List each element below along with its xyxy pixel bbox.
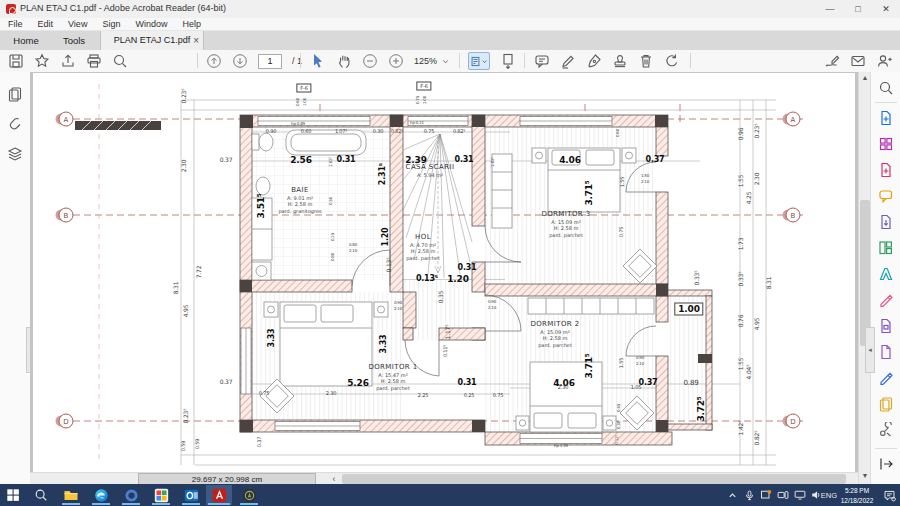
tray-app-badge-icon[interactable]	[758, 485, 774, 505]
expand-tools-pane-handle[interactable]: ◂	[865, 327, 875, 373]
more-tools-icon[interactable]	[878, 422, 894, 438]
menu-edit[interactable]: Edit	[38, 19, 54, 29]
edit-pdf-tool-icon[interactable]	[878, 162, 894, 178]
stamp-tool-icon[interactable]	[612, 53, 628, 69]
compress-pdf-tool-icon[interactable]	[878, 344, 894, 360]
close-button[interactable]: ✕	[872, 0, 900, 18]
maximize-button[interactable]: □	[844, 0, 872, 18]
photos-app-icon[interactable]	[148, 485, 174, 505]
protect-tool-icon[interactable]	[878, 318, 894, 334]
tray-chevron-up-icon[interactable]	[724, 485, 740, 505]
fill-sign-tool-icon[interactable]	[586, 53, 602, 69]
tab-tools[interactable]: Tools	[52, 31, 96, 50]
floor-plan-drawing: F-6F-60.601.000.752.00hp 0.89hp 0.110.90…	[40, 76, 840, 470]
vertical-scroll-thumb[interactable]	[860, 200, 870, 346]
attachments-icon[interactable]	[7, 116, 23, 132]
esign-tool-icon[interactable]	[878, 370, 894, 386]
horizontal-scroll-thumb[interactable]	[342, 474, 846, 484]
tab-document[interactable]: PLAN ETAJ C1.pdf ×	[100, 31, 204, 50]
page-thumbnails-icon[interactable]	[7, 86, 23, 102]
chevron-down-icon[interactable]	[441, 57, 450, 66]
share-upload-icon[interactable]	[60, 53, 76, 69]
zoom-in-icon[interactable]	[388, 53, 404, 69]
running-indicator	[182, 503, 200, 505]
zoom-level-value[interactable]: 125%	[414, 56, 437, 66]
next-page-icon[interactable]	[232, 53, 248, 69]
tab-home[interactable]: Home	[6, 31, 46, 50]
dimension-label: 3.71⁵	[585, 353, 594, 378]
room-label: DORMITOR 2A: 15.09 m²H: 2.58 mpard. parc…	[530, 321, 579, 348]
comment-tool-icon[interactable]	[534, 53, 550, 69]
scan-ocr-tool-icon[interactable]	[878, 266, 894, 282]
layers-icon[interactable]	[7, 146, 23, 162]
star-icon[interactable]	[34, 53, 50, 69]
page-display-button[interactable]	[468, 52, 490, 70]
zoom-out-icon[interactable]	[362, 53, 378, 69]
taskbar-search-icon[interactable]	[28, 485, 54, 505]
dimension-label: 1.00	[303, 98, 307, 106]
menu-help[interactable]: Help	[182, 19, 201, 29]
send-email-icon[interactable]	[850, 53, 866, 69]
dimension-label: 0.37	[639, 379, 658, 387]
dimension-label: 0.75	[619, 227, 624, 237]
start-button[interactable]	[0, 485, 26, 505]
export-pdf-tool-icon[interactable]	[878, 214, 894, 230]
toolbar-divider	[300, 53, 301, 68]
menu-file[interactable]: File	[8, 19, 23, 29]
dimension-label: 0.31	[458, 264, 477, 272]
comment-tool-rail-icon[interactable]	[878, 188, 894, 204]
delete-pages-icon[interactable]	[638, 53, 654, 69]
search-icon[interactable]	[112, 53, 128, 69]
menu-window[interactable]: Window	[135, 19, 167, 29]
rotate-pages-icon[interactable]	[664, 53, 680, 69]
dimension-label: 0.11⁵	[443, 345, 448, 357]
dimension-label: 0.50	[329, 197, 333, 205]
action-center-icon[interactable]	[880, 485, 898, 505]
create-pdf-tool-icon[interactable]	[878, 110, 894, 126]
acrobat-taskbar-icon[interactable]	[206, 485, 232, 505]
dimension-label: 2.10	[488, 306, 496, 310]
share-with-people-icon[interactable]	[876, 53, 892, 69]
tray-devices-icon[interactable]	[775, 485, 791, 505]
toolbar-divider	[524, 53, 525, 68]
room-label: HOLA: 4.70 m²H: 2.58 mpard. parchet	[406, 234, 440, 261]
open-tools-panel-icon[interactable]	[878, 456, 894, 472]
windows-taskbar: ENG 5:28 PM 12/18/2022	[0, 484, 900, 506]
stamp-tool-rail-icon[interactable]	[878, 396, 894, 412]
compass-app-icon[interactable]	[236, 485, 262, 505]
select-tool-icon[interactable]	[310, 53, 326, 69]
edge-browser-icon[interactable]	[88, 485, 114, 505]
tray-microphone-icon[interactable]	[741, 485, 757, 505]
previous-page-icon[interactable]	[206, 53, 222, 69]
tray-clock[interactable]: 5:28 PM 12/18/2022	[836, 485, 878, 505]
menu-view[interactable]: View	[68, 19, 87, 29]
minimize-button[interactable]: —	[816, 0, 844, 18]
dimension-label: 0.31	[458, 379, 477, 387]
page-number-input[interactable]: 1	[258, 54, 282, 69]
dimension-label: 0.90	[636, 356, 644, 360]
menu-sign[interactable]: Sign	[102, 19, 120, 29]
dimension-label: 4.06	[559, 156, 580, 165]
hand-tool-icon[interactable]	[336, 53, 352, 69]
blue-ring-app-icon[interactable]	[118, 485, 144, 505]
scrolling-mode-icon[interactable]	[500, 53, 516, 69]
room-label: DORMITOR 1A: 15.47 m²H: 2.58 mpard. parc…	[368, 364, 417, 391]
room-label: DORMITOR 3A: 15.09 m²H: 2.58 mpard. parc…	[541, 211, 590, 238]
combine-files-tool-icon[interactable]	[878, 136, 894, 152]
highlight-tool-icon[interactable]	[560, 53, 576, 69]
print-icon[interactable]	[86, 53, 102, 69]
request-signatures-icon[interactable]	[824, 53, 840, 69]
dimension-label: 2.30	[558, 385, 568, 390]
outlook-icon[interactable]	[178, 485, 204, 505]
save-icon[interactable]	[8, 53, 24, 69]
main-toolbar: 1 / 1 125%	[0, 50, 900, 73]
organize-pages-tool-icon[interactable]	[878, 240, 894, 256]
tray-display-icon[interactable]	[792, 485, 808, 505]
tab-close-icon[interactable]: ×	[193, 31, 199, 50]
rail-divider	[875, 102, 897, 103]
file-explorer-icon[interactable]	[58, 485, 84, 505]
find-icon[interactable]	[878, 80, 894, 96]
dimension-label: 0.76	[738, 315, 744, 328]
fill-sign-tool-rail-icon[interactable]	[878, 292, 894, 308]
dimension-label: 5.26	[347, 379, 368, 388]
